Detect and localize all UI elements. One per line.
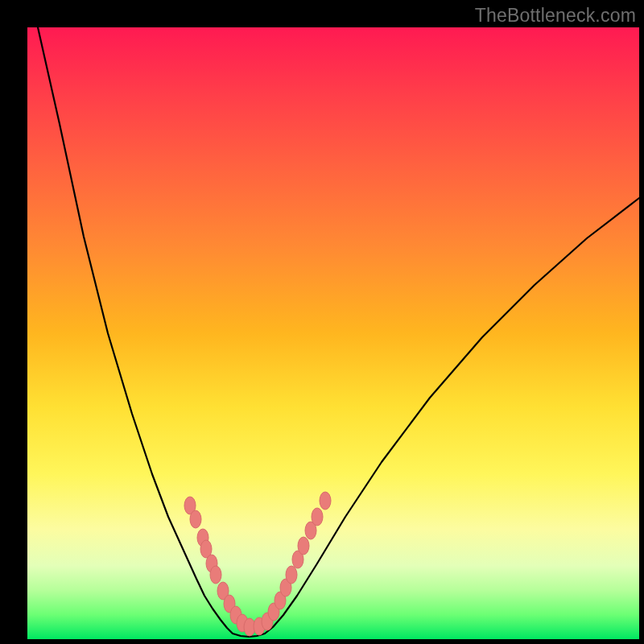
plot-area (27, 27, 639, 639)
highlight-marker (320, 492, 331, 510)
marker-group (184, 492, 331, 636)
chart-frame: TheBottleneck.com (0, 0, 644, 644)
highlight-marker (210, 566, 221, 584)
highlight-marker (286, 566, 297, 584)
curve-svg (27, 27, 639, 639)
highlight-marker (312, 508, 323, 526)
watermark-text: TheBottleneck.com (475, 5, 636, 27)
highlight-marker (190, 510, 201, 528)
bottleneck-curve (38, 27, 639, 637)
highlight-marker (298, 537, 309, 555)
